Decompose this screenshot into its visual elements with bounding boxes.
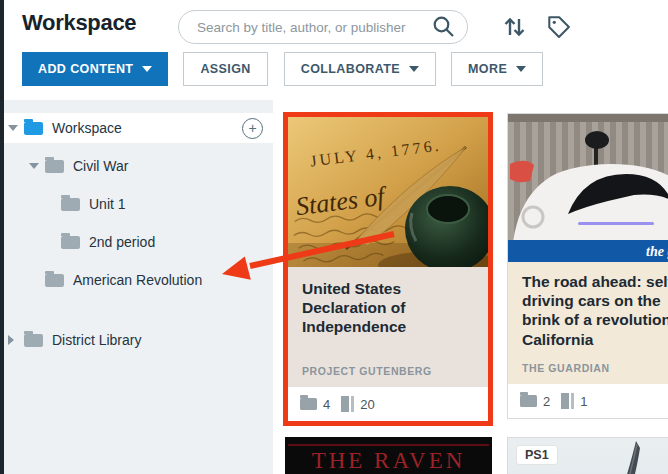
more-button[interactable]: MORE xyxy=(451,52,543,86)
card-stats: 4 20 xyxy=(288,387,488,421)
card-title: The road ahead: self-driving cars on the… xyxy=(522,272,668,349)
poster-rule xyxy=(288,444,489,446)
collaborate-label: COLLABORATE xyxy=(301,62,400,76)
add-content-button[interactable]: ADD CONTENT xyxy=(22,52,168,86)
ps1-badge: PS1 xyxy=(516,445,558,465)
expander-civil-war[interactable] xyxy=(29,163,45,169)
folder-count-icon xyxy=(300,398,317,410)
folder-icon xyxy=(24,334,43,347)
card-cover-image-car: the guardian xyxy=(508,114,668,262)
triangle-right-icon xyxy=(8,335,14,345)
expander-workspace[interactable] xyxy=(8,125,24,131)
card-body: The road ahead: self-driving cars on the… xyxy=(508,262,668,384)
folder-icon xyxy=(45,160,64,173)
header: Workspace ADD CONTENT ASSIGN COLLABORAT xyxy=(4,0,668,100)
caret-down-icon xyxy=(142,66,152,72)
text-count-icon xyxy=(561,393,574,409)
toolbar: ADD CONTENT ASSIGN COLLABORATE MORE xyxy=(22,52,543,86)
caret-down-icon xyxy=(516,66,526,72)
poster-title: THE RAVEN xyxy=(285,447,492,474)
add-folder-button[interactable]: + xyxy=(242,118,263,139)
search-input[interactable] xyxy=(195,19,431,36)
sidebar-item-2nd-period[interactable]: 2nd period xyxy=(4,227,273,257)
tag-icon[interactable] xyxy=(545,13,573,41)
sidebar-item-label: Civil War xyxy=(73,158,128,174)
card-road-ahead[interactable]: the guardian The road ahead: self-drivin… xyxy=(508,114,668,418)
content-grid: JULY 4, 1776. States of United States De… xyxy=(273,100,668,474)
sidebar-item-label: American Revolution xyxy=(73,272,202,288)
folder-icon xyxy=(45,274,64,287)
caret-down-icon xyxy=(409,66,419,72)
text-count-icon xyxy=(341,396,354,412)
sidebar-item-workspace[interactable]: Workspace + xyxy=(4,113,273,143)
sidebar-item-district-library[interactable]: District Library xyxy=(4,325,273,355)
guardian-banner xyxy=(508,240,668,262)
more-label: MORE xyxy=(468,62,507,76)
card-publisher: THE GUARDIAN xyxy=(522,362,610,374)
card-publisher: PROJECT GUTENBERG xyxy=(302,365,432,377)
sidebar-item-label: District Library xyxy=(52,332,141,348)
assign-label: ASSIGN xyxy=(200,62,250,76)
window-edge-strip xyxy=(0,0,4,474)
lidar-dome-shape xyxy=(585,131,609,149)
card-stats: 2 1 xyxy=(508,384,668,418)
text-count: 20 xyxy=(360,397,374,412)
folder-count-icon xyxy=(520,395,537,407)
car-taillight-shape xyxy=(510,161,534,182)
page-title: Workspace xyxy=(22,10,136,36)
card-ps1-feather[interactable]: PS1 xyxy=(507,437,668,474)
folder-count: 2 xyxy=(543,394,550,409)
assign-button[interactable]: ASSIGN xyxy=(183,52,267,86)
folder-count: 4 xyxy=(323,397,330,412)
folder-icon xyxy=(24,122,43,135)
sort-icon[interactable] xyxy=(500,13,528,41)
search-bar[interactable] xyxy=(178,10,468,44)
search-icon[interactable] xyxy=(431,14,457,40)
text-count: 1 xyxy=(580,394,587,409)
sidebar-item-label: 2nd period xyxy=(89,234,155,250)
sidebar-item-label: Unit 1 xyxy=(89,196,126,212)
card-road-ahead-wrap: the guardian The road ahead: self-drivin… xyxy=(507,113,668,419)
expander-district-library[interactable] xyxy=(8,335,24,345)
card-body: United States Declaration of Independenc… xyxy=(288,267,488,387)
card-the-raven[interactable]: THE RAVEN xyxy=(285,437,492,474)
sidebar-item-civil-war[interactable]: Civil War xyxy=(4,151,273,181)
card-cover-image-declaration: JULY 4, 1776. States of xyxy=(288,117,488,267)
collaborate-button[interactable]: COLLABORATE xyxy=(284,52,436,86)
folder-icon xyxy=(61,198,80,211)
card-declaration-of-independence[interactable]: JULY 4, 1776. States of United States De… xyxy=(288,117,488,421)
sidebar-item-american-revolution[interactable]: American Revolution xyxy=(4,265,273,295)
add-content-label: ADD CONTENT xyxy=(38,62,133,76)
folder-icon xyxy=(61,236,80,249)
sidebar-item-label: Workspace xyxy=(52,120,122,136)
card-title: United States Declaration of Independenc… xyxy=(302,279,474,337)
highlight-red-border: JULY 4, 1776. States of United States De… xyxy=(283,112,493,426)
triangle-down-icon xyxy=(8,125,18,131)
folder-tree-sidebar: Workspace + Civil War Unit 1 2nd period … xyxy=(4,100,273,474)
triangle-down-icon xyxy=(29,163,39,169)
guardian-banner-text: the guardian xyxy=(646,244,668,259)
sidebar-item-unit-1[interactable]: Unit 1 xyxy=(4,189,273,219)
